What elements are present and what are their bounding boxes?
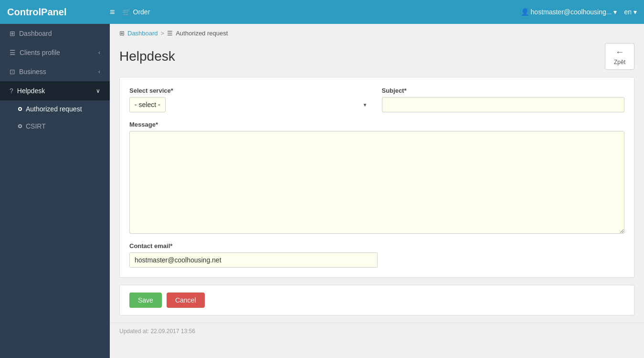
form-card: Select service* - select - Subject* Mess… bbox=[119, 77, 634, 278]
breadcrumb-separator: > bbox=[161, 30, 165, 37]
navbar-brand: ControlPanel bbox=[7, 7, 110, 18]
sidebar-subitem-authorized-request[interactable]: Authorized request bbox=[0, 100, 110, 118]
user-menu[interactable]: 👤 hostmaster@coolhousing... ▾ bbox=[521, 8, 617, 16]
dashboard-icon: ⊞ bbox=[10, 30, 15, 37]
order-label: Order bbox=[133, 8, 150, 16]
chevron-left-icon: ‹ bbox=[98, 49, 100, 56]
select-service-input[interactable]: - select - bbox=[129, 97, 166, 112]
navbar: ControlPanel ≡ 🛒 Order 👤 hostmaster@cool… bbox=[0, 0, 644, 24]
breadcrumb-dashboard-link[interactable]: Dashboard bbox=[127, 30, 158, 37]
actions-card: Save Cancel bbox=[119, 285, 634, 315]
lang-label: en bbox=[624, 8, 632, 16]
sidebar: ⊞ Dashboard ☰ Clients profile ‹ ⊡ Busine… bbox=[0, 24, 110, 358]
back-label: Zpět bbox=[614, 59, 625, 65]
chevron-down-icon: ∨ bbox=[96, 87, 100, 94]
subject-input[interactable] bbox=[382, 97, 625, 112]
user-icon: 👤 bbox=[521, 8, 529, 16]
helpdesk-icon: ? bbox=[10, 87, 13, 95]
breadcrumb-current: Authorized request bbox=[176, 30, 228, 37]
sidebar-item-label: Helpdesk bbox=[17, 87, 45, 95]
form-group-subject: Subject* bbox=[382, 87, 625, 112]
select-service-wrapper: - select - bbox=[129, 97, 372, 112]
back-button[interactable]: ← Zpět bbox=[605, 43, 634, 70]
user-chevron-icon: ▾ bbox=[613, 8, 617, 16]
breadcrumb-home-icon: ⊞ bbox=[119, 30, 125, 37]
lang-chevron-icon: ▾ bbox=[633, 8, 637, 16]
page-title: Helpdesk bbox=[119, 49, 605, 64]
contact-email-label: Contact email* bbox=[129, 242, 624, 250]
layout: ⊞ Dashboard ☰ Clients profile ‹ ⊡ Busine… bbox=[0, 24, 644, 358]
active-dot-icon bbox=[18, 107, 22, 111]
navbar-right: 👤 hostmaster@coolhousing... ▾ en ▾ bbox=[521, 8, 637, 16]
page-header: Helpdesk ← Zpět bbox=[110, 41, 644, 77]
subject-label: Subject* bbox=[382, 87, 625, 94]
back-arrow-icon: ← bbox=[615, 47, 624, 57]
breadcrumb-page-icon: ☰ bbox=[167, 30, 173, 37]
form-group-service: Select service* - select - bbox=[129, 87, 372, 112]
cart-icon: 🛒 bbox=[122, 8, 130, 16]
sidebar-subitem-label: CSIRT bbox=[26, 122, 46, 130]
dot-icon bbox=[18, 124, 22, 128]
sidebar-item-dashboard[interactable]: ⊞ Dashboard bbox=[0, 24, 110, 43]
sidebar-item-clients-profile[interactable]: ☰ Clients profile ‹ bbox=[0, 43, 110, 62]
sidebar-item-label: Business bbox=[19, 68, 46, 76]
lang-selector[interactable]: en ▾ bbox=[624, 8, 637, 16]
sidebar-subitem-label: Authorized request bbox=[26, 105, 82, 113]
footer: Updated at: 22.09.2017 13:56 bbox=[110, 323, 644, 339]
clients-profile-icon: ☰ bbox=[10, 49, 16, 56]
sidebar-subitem-csirt[interactable]: CSIRT bbox=[0, 118, 110, 135]
hamburger-icon[interactable]: ≡ bbox=[110, 7, 115, 17]
cancel-button[interactable]: Cancel bbox=[167, 293, 205, 308]
breadcrumb: ⊞ Dashboard > ☰ Authorized request bbox=[110, 24, 644, 41]
contact-email-input[interactable] bbox=[129, 252, 378, 268]
form-row-service-subject: Select service* - select - Subject* bbox=[129, 87, 624, 112]
sidebar-item-label: Dashboard bbox=[19, 30, 52, 37]
save-button[interactable]: Save bbox=[129, 293, 162, 308]
message-label: Message* bbox=[129, 121, 624, 128]
form-group-contact-email: Contact email* bbox=[129, 242, 624, 268]
message-textarea[interactable] bbox=[129, 131, 624, 234]
order-nav[interactable]: 🛒 Order bbox=[122, 8, 150, 16]
chevron-left-icon: ‹ bbox=[98, 68, 100, 75]
sidebar-item-helpdesk[interactable]: ? Helpdesk ∨ bbox=[0, 81, 110, 100]
sidebar-item-label: Clients profile bbox=[20, 49, 60, 56]
business-icon: ⊡ bbox=[10, 68, 15, 76]
main-content: ⊞ Dashboard > ☰ Authorized request Helpd… bbox=[110, 24, 644, 358]
form-group-message: Message* bbox=[129, 121, 624, 234]
user-email: hostmaster@coolhousing... bbox=[531, 8, 612, 16]
sidebar-item-business[interactable]: ⊡ Business ‹ bbox=[0, 62, 110, 81]
footer-text: Updated at: 22.09.2017 13:56 bbox=[119, 328, 195, 335]
select-service-label: Select service* bbox=[129, 87, 372, 94]
